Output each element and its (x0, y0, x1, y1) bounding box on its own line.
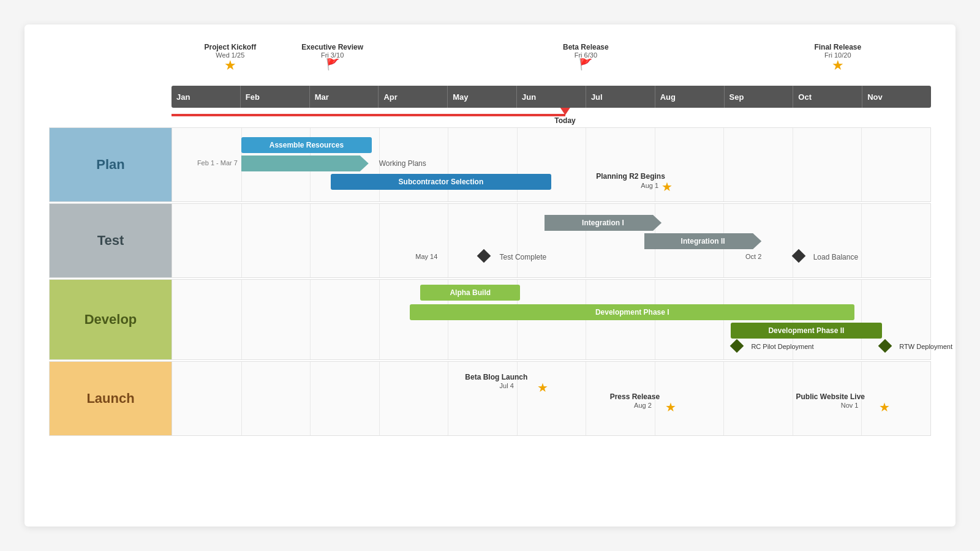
col-grid (379, 280, 380, 359)
month-cell-jan: Jan (172, 86, 241, 108)
gantt-text-label: Press Release (610, 392, 660, 401)
milestone-beta-release: Beta ReleaseFri 6/30🚩 (563, 43, 609, 70)
progress-bar (172, 114, 565, 116)
gantt-bar-alpha-build: Alpha Build (420, 285, 520, 301)
gantt-star: ★ (537, 381, 548, 394)
col-grid (379, 362, 380, 435)
gantt-star: ★ (662, 181, 673, 193)
row-label-test: Test (50, 204, 172, 277)
gantt-text-label: Aug 1 (641, 182, 658, 189)
col-grid (241, 362, 242, 435)
today-triangle (560, 108, 570, 115)
gantt-text-label: Working Plans (379, 159, 426, 168)
month-cell-apr: Apr (379, 86, 448, 108)
gantt-text-label: RTW Deployment (899, 343, 952, 350)
col-grid (241, 204, 242, 277)
progress-row: Today (172, 108, 931, 122)
month-cell-oct: Oct (793, 86, 862, 108)
month-cell-sep: Sep (725, 86, 794, 108)
row-content-develop: Alpha BuildDevelopment Phase IDevelopmen… (172, 280, 930, 359)
gantt-row-develop: DevelopAlpha BuildDevelopment Phase IDev… (49, 279, 931, 360)
milestone-project-kickoff: Project KickoffWed 1/25★ (204, 43, 256, 72)
gantt-text-label: Oct 2 (745, 253, 761, 260)
month-cell-feb: Feb (241, 86, 310, 108)
col-grid (861, 280, 862, 359)
gantt-text-label: Test Complete (500, 253, 547, 261)
row-label-plan: Plan (50, 128, 172, 201)
col-grid (723, 128, 724, 201)
gantt-arrow-bar (241, 156, 369, 171)
gantt-text-label: May 14 (415, 253, 437, 260)
milestones-row: Project KickoffWed 1/25★Executive Review… (172, 43, 931, 86)
gantt-bar-development-phase-ii: Development Phase II (731, 323, 883, 339)
col-grid (861, 204, 862, 277)
gantt-text-label: Planning R2 Begins (596, 172, 665, 181)
milestone-final-release: Final ReleaseFri 10/20★ (814, 43, 861, 72)
col-grid (655, 128, 655, 201)
month-cell-jul: Jul (586, 86, 655, 108)
month-bar: JanFebMarAprMayJunJulAugSepOctNov (172, 86, 931, 108)
col-grid (310, 204, 311, 277)
gantt-container: Project KickoffWed 1/25★Executive Review… (24, 24, 956, 527)
col-grid (793, 128, 793, 201)
row-content-test: Integration IIntegration IIMay 14Test Co… (172, 204, 930, 277)
gantt-row-test: TestIntegration IIntegration IIMay 14Tes… (49, 203, 931, 278)
gantt-diamond (730, 339, 744, 353)
month-cell-may: May (448, 86, 517, 108)
gantt-rows: PlanAssemble ResourcesFeb 1 - Mar 7Worki… (49, 127, 931, 436)
milestone-executive-review: Executive ReviewFri 3/10🚩 (301, 43, 363, 70)
col-grid (723, 362, 724, 435)
timeline-header: Project KickoffWed 1/25★Executive Review… (172, 43, 931, 122)
row-content-plan: Assemble ResourcesFeb 1 - Mar 7Working P… (172, 128, 930, 201)
col-grid (310, 362, 311, 435)
month-cell-mar: Mar (310, 86, 379, 108)
gantt-text-label: Nov 1 (841, 402, 859, 409)
gantt-text-label: RC Pilot Deployment (751, 343, 813, 350)
gantt-text-label: Beta Blog Launch (465, 373, 527, 381)
gantt-star: ★ (879, 401, 890, 413)
col-grid (586, 128, 586, 201)
row-label-launch: Launch (50, 362, 172, 435)
gantt-diamond (792, 249, 806, 263)
col-grid (379, 204, 380, 277)
gantt-bar-integration-ii: Integration II (644, 233, 761, 249)
col-grid (793, 362, 793, 435)
col-grid (861, 128, 862, 201)
gantt-bar-development-phase-i: Development Phase I (410, 304, 854, 320)
col-grid (241, 280, 242, 359)
gantt-diamond (477, 249, 491, 263)
today-marker: Today (554, 108, 575, 125)
row-label-develop: Develop (50, 280, 172, 359)
col-grid (448, 204, 448, 277)
gantt-text-label: Load Balance (813, 253, 858, 261)
gantt-text-label: Jul 4 (500, 382, 514, 389)
col-grid (517, 128, 518, 201)
col-grid (793, 204, 793, 277)
gantt-text-label: Feb 1 - Mar 7 (197, 159, 238, 167)
month-cell-aug: Aug (655, 86, 725, 108)
gantt-bar-assemble-resources: Assemble Resources (241, 137, 372, 153)
col-grid (310, 280, 311, 359)
col-grid (448, 362, 448, 435)
col-grid (586, 362, 586, 435)
month-cell-nov: Nov (862, 86, 931, 108)
col-grid (517, 204, 518, 277)
gantt-text-label: Public Website Live (796, 392, 865, 401)
month-cell-jun: Jun (517, 86, 586, 108)
gantt-diamond (878, 339, 892, 353)
gantt-row-plan: PlanAssemble ResourcesFeb 1 - Mar 7Worki… (49, 127, 931, 202)
gantt-bar-subcontractor-selection: Subcontractor Selection (331, 174, 551, 190)
today-label: Today (554, 116, 575, 125)
gantt-star: ★ (665, 401, 676, 413)
col-grid (448, 128, 448, 201)
gantt-row-launch: LaunchBeta Blog LaunchJul 4★Press Releas… (49, 361, 931, 436)
gantt-text-label: Aug 2 (634, 402, 652, 409)
gantt-bar-integration-i: Integration I (545, 215, 662, 231)
row-content-launch: Beta Blog LaunchJul 4★Press ReleaseAug 2… (172, 362, 930, 435)
